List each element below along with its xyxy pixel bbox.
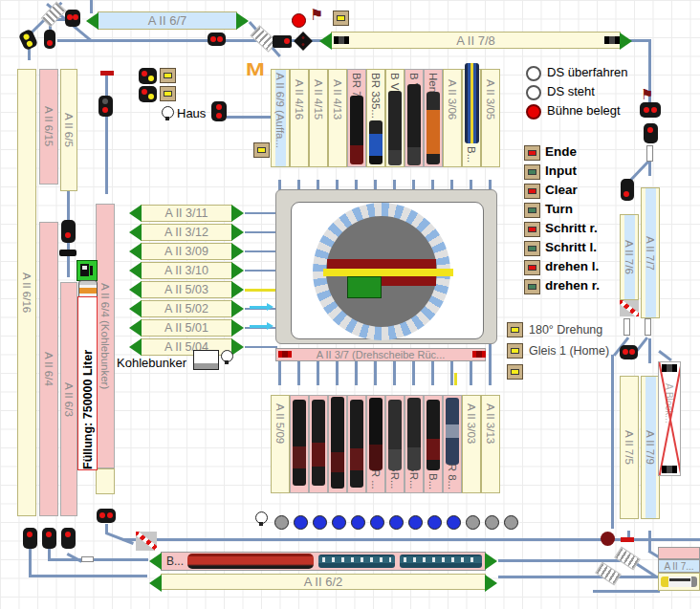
lamp-icon[interactable] — [255, 511, 268, 524]
block-row[interactable]: A II 5/02 — [141, 300, 232, 317]
block-column[interactable]: A II 3/03 — [462, 395, 481, 493]
schritt-l-button[interactable] — [524, 241, 540, 256]
signal-icon[interactable] — [621, 179, 634, 201]
clear-button[interactable] — [524, 184, 540, 199]
track-segment — [658, 350, 672, 361]
block-column[interactable]: A II 4/13 — [328, 69, 347, 167]
spare-yellow-button[interactable] — [507, 364, 523, 380]
track-segment — [611, 355, 614, 529]
occupancy-circle[interactable] — [504, 515, 518, 530]
block-column[interactable]: A II 3/05 — [481, 69, 500, 167]
ende-button[interactable] — [524, 145, 540, 161]
signal-icon[interactable] — [273, 35, 292, 48]
block-column[interactable]: A II 7/5 — [620, 376, 639, 519]
signal-button[interactable] — [333, 11, 349, 26]
signal-icon[interactable] — [44, 30, 55, 49]
block-column[interactable]: A II 7/7 — [641, 187, 660, 318]
signal-icon[interactable] — [139, 86, 157, 102]
radio-ds-steht[interactable] — [526, 85, 541, 100]
corner-block-train[interactable] — [658, 573, 700, 591]
occupancy-circle[interactable] — [447, 515, 461, 530]
insulator-marker — [623, 318, 630, 336]
signal-icon[interactable] — [640, 102, 661, 118]
signal-icon[interactable] — [208, 33, 226, 46]
block-column[interactable]: A II 5/09 — [271, 395, 290, 493]
block-column[interactable]: A II 3/13 — [481, 395, 500, 493]
turntable-bridge[interactable] — [327, 259, 436, 269]
block-column[interactable]: A II 6/5 — [60, 69, 77, 191]
block-row[interactable]: A II 3/12 — [141, 224, 232, 241]
turnout-crossing-icon[interactable] — [41, 1, 67, 27]
input-button[interactable] — [524, 164, 540, 180]
blocked-route-marker[interactable] — [620, 300, 639, 316]
occupancy-circle[interactable] — [370, 515, 384, 530]
drehen-l-button[interactable] — [524, 260, 540, 275]
block-row[interactable]: A II 3/09 — [141, 243, 232, 260]
block-row[interactable]: A II 5/03 — [141, 281, 232, 298]
block-column[interactable]: A II 4/15 — [309, 69, 328, 167]
block-a-ii-6-2[interactable]: A II 6/2 — [161, 574, 486, 590]
signal-icon[interactable] — [97, 509, 116, 523]
lamp-icon[interactable] — [162, 106, 174, 119]
signal-icon[interactable] — [23, 528, 37, 549]
occupancy-circle[interactable] — [274, 515, 289, 530]
block-row[interactable]: A II 3/10 — [141, 262, 232, 279]
gleis-1-home-button[interactable] — [507, 343, 523, 359]
occupancy-circle[interactable] — [408, 515, 423, 530]
signal-icon[interactable] — [139, 68, 157, 84]
turntable-bridge-track[interactable] — [323, 269, 453, 276]
block-column-occupied[interactable]: A II 6/3 — [60, 282, 77, 516]
turn-button[interactable] — [524, 203, 540, 218]
occupancy-circle[interactable] — [427, 515, 442, 530]
block-column[interactable] — [96, 468, 115, 494]
radio-buehne-belegt[interactable] — [526, 104, 541, 120]
block-column[interactable]: A II 6/16 — [17, 69, 36, 516]
kohlebunker-icon — [193, 350, 219, 370]
block-column-occupied[interactable]: A II 6/4 (Kohlebunker) — [96, 204, 115, 468]
signal-icon[interactable] — [98, 96, 113, 117]
block-column[interactable]: A II 6/9 (Auffa... — [271, 69, 290, 167]
occupancy-circle[interactable] — [389, 515, 404, 530]
occupancy-circle[interactable] — [332, 515, 346, 530]
occupancy-circle[interactable] — [351, 515, 365, 530]
block-column-occupied[interactable]: A II 6/15 — [39, 69, 58, 185]
turnout-crossing-icon[interactable] — [614, 547, 641, 571]
occupancy-circle[interactable] — [466, 515, 480, 530]
occupancy-circle[interactable] — [313, 515, 327, 530]
m-crane-icon: M — [246, 59, 265, 80]
block-a-ii-7-8[interactable]: A II 7/8 — [331, 32, 621, 49]
turnout-lever-icon[interactable] — [294, 32, 313, 51]
block-a-ii-6-7[interactable]: A II 6/7 — [98, 11, 237, 30]
occupancy-circle[interactable] — [294, 515, 308, 530]
signal-icon[interactable] — [61, 220, 76, 243]
signal-icon[interactable] — [42, 528, 56, 549]
disabled-block[interactable]: A Block... — [658, 361, 681, 476]
corner-block-occupied[interactable] — [658, 547, 700, 559]
signal-button[interactable] — [253, 142, 270, 158]
lamp-icon[interactable] — [221, 350, 233, 362]
radio-ds-ueberfahren[interactable] — [526, 66, 541, 81]
block-column[interactable]: A II 7/6 — [620, 214, 639, 300]
block-row[interactable]: A II 5/01 — [141, 319, 232, 337]
signal-button[interactable] — [160, 68, 176, 83]
block-column[interactable]: A II 4/16 — [290, 69, 309, 167]
turnout-crossing-icon[interactable] — [595, 562, 622, 586]
signal-icon[interactable] — [644, 123, 658, 143]
signal-icon[interactable] — [620, 345, 638, 359]
blocked-route-marker[interactable] — [136, 532, 157, 551]
block-row[interactable]: A II 3/11 — [141, 205, 232, 222]
signal-icon[interactable] — [65, 10, 80, 27]
turntable-block-label-bar[interactable]: A II 3/7 (Drehscheibe Rüc... — [275, 348, 486, 361]
corner-block-label-bar[interactable]: A II 7... — [658, 559, 700, 573]
drehen-r-button[interactable] — [524, 279, 540, 294]
block-column[interactable]: A II 7/9 — [641, 376, 660, 519]
schritt-r-button[interactable] — [524, 222, 540, 237]
signal-icon[interactable] — [18, 29, 39, 52]
signal-button[interactable] — [160, 86, 176, 101]
drehung-180-button[interactable] — [507, 322, 523, 337]
block-column-occupied[interactable]: A II 6/4 — [39, 222, 58, 516]
block-column[interactable]: A II 3/06 — [443, 69, 462, 167]
signal-icon[interactable] — [211, 101, 227, 121]
occupancy-circle[interactable] — [485, 515, 499, 530]
signal-icon[interactable] — [61, 528, 76, 549]
